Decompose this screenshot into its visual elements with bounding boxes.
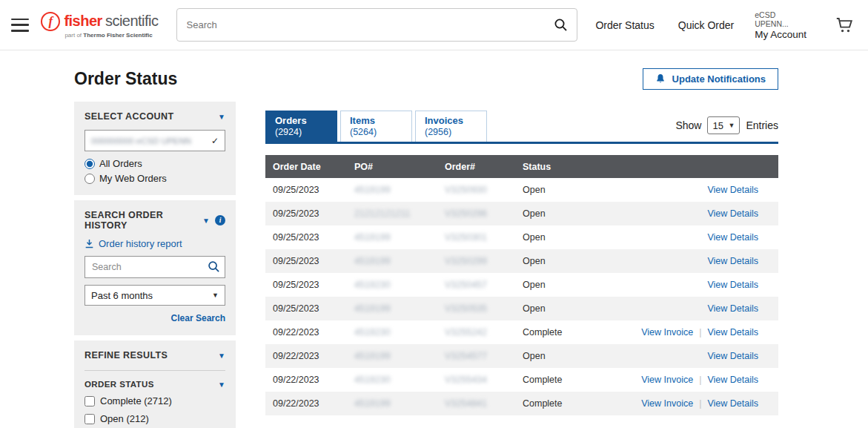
view-details-link[interactable]: View Details [707, 256, 758, 266]
radio-input[interactable] [85, 159, 95, 169]
checkbox-input[interactable] [85, 396, 95, 406]
view-details-link[interactable]: View Details [707, 303, 758, 314]
col-order-date: Order Date [273, 162, 354, 172]
checkbox-option[interactable]: Complete (2712) [85, 395, 225, 406]
po-number-cell: 4519230 [354, 280, 445, 290]
entries-per-page-select[interactable]: 15 ▼ [707, 116, 740, 134]
search-icon[interactable] [208, 260, 220, 276]
row-actions: View Details [619, 208, 778, 219]
info-icon[interactable]: i [215, 215, 225, 225]
fisher-f-icon: f [41, 12, 60, 31]
entries-label: Entries [746, 119, 778, 131]
table-row: 09/22/20234519230V3255242CompleteView In… [265, 320, 778, 344]
checkbox-input[interactable] [85, 414, 95, 424]
status-cell: Open [523, 256, 619, 266]
view-details-link[interactable]: View Details [707, 232, 758, 243]
row-actions: View Details [619, 232, 778, 243]
tab-items[interactable]: Items(5264) [340, 111, 412, 142]
cart-icon[interactable] [835, 16, 855, 34]
my-account-label: My Account [755, 29, 808, 40]
nav-order-status[interactable]: Order Status [595, 19, 654, 31]
view-details-link[interactable]: View Details [707, 351, 758, 361]
tab-invoices[interactable]: Invoices(2956) [415, 111, 487, 142]
order-status-filter-title: ORDER STATUS [85, 380, 154, 389]
logo-text-fisher: fisher [64, 13, 102, 30]
status-cell: Open [523, 351, 619, 361]
order-number-cell: V3254577 [445, 351, 523, 361]
chevron-down-icon[interactable]: ▼ [218, 381, 225, 389]
order-number-cell: V3250296 [445, 208, 523, 219]
view-details-link[interactable]: View Details [707, 327, 758, 338]
checkbox-label: Open (212) [100, 413, 149, 424]
nav-quick-order[interactable]: Quick Order [678, 19, 734, 31]
order-date-cell: 09/25/2023 [273, 256, 354, 266]
update-notifications-label: Update Notifications [672, 73, 766, 85]
checkbox-option[interactable]: Open (212) [85, 413, 225, 424]
tab-count: (2924) [275, 127, 328, 137]
logo-tagline-brand: Thermo Fisher Scientific [83, 32, 152, 39]
order-history-search [85, 256, 225, 278]
radio-label: My Web Orders [99, 173, 167, 184]
po-number-cell: 4519230 [354, 375, 445, 385]
search-icon[interactable] [546, 11, 574, 39]
global-search [176, 8, 578, 42]
row-actions: View Details [619, 351, 778, 361]
view-details-link[interactable]: View Details [707, 185, 758, 195]
order-history-report-label: Order history report [99, 238, 182, 249]
status-filter-checkboxes: Complete (2712)Open (212) [85, 395, 225, 424]
logo-tagline-prefix: part of [64, 32, 82, 39]
radio-input[interactable] [85, 174, 95, 184]
radio-option[interactable]: All Orders [85, 158, 225, 169]
chevron-down-icon: ▼ [729, 122, 735, 129]
update-notifications-button[interactable]: Update Notifications [643, 68, 778, 90]
status-cell: Complete [523, 375, 619, 385]
results-area: Orders(2924)Items(5264)Invoices(2956) Sh… [265, 102, 778, 428]
col-status: Status [523, 162, 619, 172]
order-history-search-input[interactable] [85, 256, 225, 278]
order-history-report-link[interactable]: Order history report [85, 238, 225, 249]
view-invoice-link[interactable]: View Invoice [641, 398, 693, 409]
hamburger-menu-icon[interactable] [11, 19, 29, 32]
row-actions: View Invoice|View Details [619, 375, 778, 385]
clear-search-link[interactable]: Clear Search [171, 313, 225, 323]
status-cell: Open [523, 232, 619, 243]
table-row: 09/25/20234519199V3250299OpenView Detail… [265, 249, 778, 273]
tabs: Orders(2924)Items(5264)Invoices(2956) [265, 111, 487, 142]
tab-orders[interactable]: Orders(2924) [265, 111, 337, 142]
search-input[interactable] [176, 8, 578, 42]
view-details-link[interactable]: View Details [707, 398, 758, 409]
tab-label: Orders [275, 115, 328, 126]
view-invoice-link[interactable]: View Invoice [641, 327, 693, 338]
chevron-down-icon[interactable]: ▼ [218, 352, 225, 360]
order-number-cell: V3255434 [445, 375, 523, 385]
order-number-cell: V3255242 [445, 327, 523, 338]
row-actions: View Details [619, 280, 778, 290]
view-details-link[interactable]: View Details [707, 375, 758, 385]
chevron-down-icon[interactable]: ▼ [202, 217, 210, 225]
chevron-down-icon[interactable]: ▼ [218, 113, 225, 121]
tab-label: Items [350, 115, 402, 126]
view-invoice-link[interactable]: View Invoice [641, 375, 693, 385]
po-number-cell: 4519199 [354, 398, 445, 409]
table-row: 09/25/20234519199V3250930OpenView Detail… [265, 178, 778, 202]
row-actions: View Details [619, 256, 778, 266]
order-date-cell: 09/22/2023 [273, 398, 354, 409]
order-date-cell: 09/25/2023 [273, 208, 354, 219]
header-nav: Order Status Quick Order [595, 19, 734, 31]
order-number-cell: V3250301 [445, 232, 523, 243]
radio-option[interactable]: My Web Orders [85, 173, 225, 184]
search-order-history-title: SEARCH ORDER HISTORY [85, 210, 202, 231]
order-number-cell: V3254841 [445, 398, 523, 409]
my-account[interactable]: eCSD UPENN... My Account [755, 10, 808, 40]
order-number-cell: V3250930 [445, 185, 523, 195]
account-org-label: eCSD UPENN... [755, 10, 808, 28]
po-number-cell: 4519230 [354, 327, 445, 338]
tab-count: (2956) [425, 127, 477, 137]
account-select[interactable]: 000000000 eCSD UPENN ✓ [85, 130, 225, 151]
divider [85, 370, 225, 371]
table-row: 09/25/20234519199V3250535OpenView Detail… [265, 297, 778, 320]
view-details-link[interactable]: View Details [707, 280, 758, 290]
date-range-select[interactable]: Past 6 months ▼ [85, 285, 225, 306]
fisher-scientific-logo[interactable]: f fisher scientific part of Thermo Fishe… [41, 12, 158, 39]
view-details-link[interactable]: View Details [707, 208, 758, 219]
